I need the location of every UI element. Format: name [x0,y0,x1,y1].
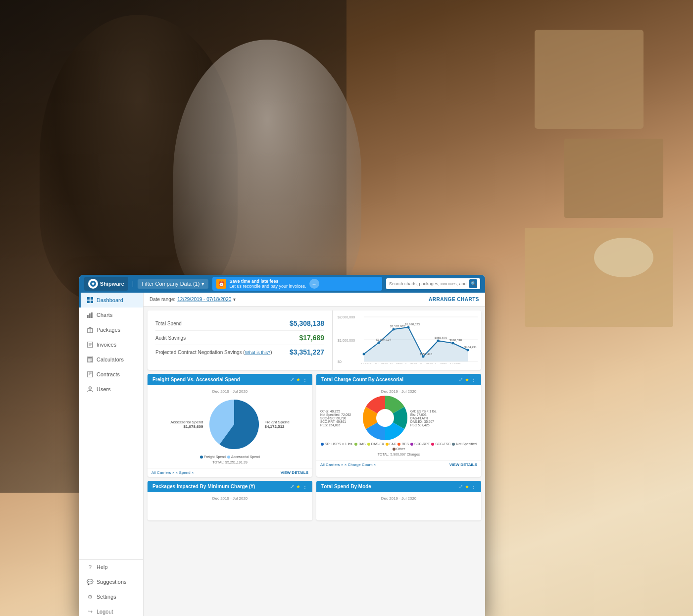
sidebar-item-calculators[interactable]: Calculators [79,352,143,367]
sidebar-item-users[interactable]: Users [79,382,143,397]
date-range-arrow: ▾ [233,297,236,302]
sidebar-suggestions-label: Suggestions [97,579,127,585]
chart4-body: Dec 2019 - Jul 2020 [316,492,481,507]
svg-point-56 [376,409,394,427]
banner-icon: ⏰ [216,279,226,289]
svg-point-37 [422,356,425,358]
svg-point-16 [89,359,90,360]
svg-text:Feb 2020: Feb 2020 [375,363,388,364]
search-button[interactable]: 🔍 [469,279,477,288]
banner-title: Save time and late fees [229,279,306,284]
svg-text:$0: $0 [338,360,342,363]
svg-text:May 2020: May 2020 [420,363,433,364]
chart4-expand-icon[interactable]: ⤢ [459,484,463,489]
chart4-star-icon[interactable]: ★ [465,484,469,489]
sidebar-item-dashboard[interactable]: Dashboard [79,293,143,308]
logo[interactable]: Shipware [84,277,128,291]
svg-point-33 [363,353,365,356]
chart1-title: Freight Spend Vs. Accessorial Spend [152,377,240,382]
sidebar-calculators-label: Calculators [97,357,124,362]
logout-icon: ↪ [87,608,94,615]
sidebar-users-label: Users [97,386,111,392]
svg-text:$1,698,623: $1,698,623 [405,323,420,326]
chart1-view-details[interactable]: VIEW DETAILS [281,470,308,475]
search-input[interactable] [389,281,467,286]
sidebar-item-help[interactable]: ? Help [79,560,143,574]
chart2-expand-icon[interactable]: ⤢ [459,377,463,382]
sidebar: Dashboard Charts Packages Invoices [79,293,144,616]
chart1-actions: ⤢ ★ ⋮ [290,377,307,382]
suggestions-icon: 💬 [87,578,94,585]
audit-savings-value: $17,689 [299,334,324,342]
filter-button[interactable]: Filter Company Data (1) ▾ [138,279,208,289]
svg-text:Jul 2020: Jul 2020 [449,363,461,364]
chart1-subtitle: Dec 2019 - Jul 2020 [151,389,308,394]
total-spend-label: Total Spend [155,321,182,326]
users-icon [87,386,94,393]
sidebar-item-logout[interactable]: ↪ Logout [79,604,143,616]
sidebar-item-settings[interactable]: ⚙ Settings [79,589,143,604]
chart3-header: Packages Impacted By Minimum Charge (#) … [148,481,312,492]
logo-text: Shipware [100,281,124,287]
sidebar-item-suggestions[interactable]: 💬 Suggestions [79,574,143,589]
svg-text:Jul 2019: Jul 2019 [360,363,372,364]
charts-icon [87,311,94,318]
audit-savings-row: Audit Savings $17,689 [155,331,324,345]
app-window: Shipware | Filter Company Data (1) ▾ ⏰ S… [79,275,485,616]
sidebar-item-contracts[interactable]: Contracts [79,367,143,382]
sidebar-item-packages[interactable]: Packages [79,322,143,337]
sidebar-item-invoices[interactable]: Invoices [79,337,143,352]
projected-link[interactable]: What is this? [245,350,271,355]
kpi-line-chart: $2,000,000 $1,000,000 $0 [333,310,481,370]
chart4-menu-icon[interactable]: ⋮ [471,484,476,489]
chart2-menu-icon[interactable]: ⋮ [471,377,476,382]
projected-label: Projected Contract Negotiation Savings (… [155,350,272,355]
date-range-value[interactable]: 12/29/2019 - 07/18/2020 [177,297,231,302]
svg-text:$404,791: $404,791 [464,346,477,349]
chart-row-1: Freight Spend Vs. Accessorial Spend ⤢ ★ … [148,374,481,477]
dashboard-icon [87,297,94,304]
sidebar-help-label: Help [97,564,108,570]
chart2-total: TOTAL: 5,960,097 Charges [320,453,477,456]
sidebar-settings-label: Settings [97,594,116,600]
calculators-icon [87,356,94,363]
chart2-star-icon[interactable]: ★ [465,377,469,382]
chart1-header: Freight Spend Vs. Accessorial Spend ⤢ ★ … [148,374,312,385]
top-nav: Shipware | Filter Company Data (1) ▾ ⏰ S… [79,275,485,293]
total-spend-row: Total Spend $5,308,138 [155,316,324,331]
promo-banner[interactable]: ⏰ Save time and late fees Let us reconci… [212,277,382,291]
chart2-header: Total Charge Count By Accessorial ⤢ ★ ⋮ [316,374,481,385]
chart2-right-legend: GR: USPS < 1 lbs. Bls: 27,003 DAS-FLATR … [410,410,450,427]
date-range-label: Date range: [149,297,175,302]
chart3-body: Dec 2019 - Jul 2020 [148,492,312,507]
audit-savings-label: Audit Savings [155,335,186,341]
content-area: Date range: 12/29/2019 - 07/18/2020 ▾ AR… [144,293,485,616]
legend-freight: Freight Spend [200,455,226,459]
arrange-charts-button[interactable]: ARRANGE CHARTS [429,297,479,302]
chart4-actions: ⤢ ★ ⋮ [459,484,476,489]
svg-rect-4 [91,301,93,303]
svg-text:$1,094,124: $1,094,124 [376,338,392,341]
chart-card-packages-min: Packages Impacted By Minimum Charge (#) … [148,481,312,520]
chart1-menu-icon[interactable]: ⋮ [302,377,307,382]
chart2-view-details[interactable]: VIEW DETAILS [449,462,477,467]
svg-text:Apr 2020: Apr 2020 [405,363,417,364]
chart1-star-icon[interactable]: ★ [296,377,300,382]
svg-point-38 [437,340,440,342]
nav-divider: | [132,280,134,287]
main-layout: Dashboard Charts Packages Invoices [79,293,485,616]
invoices-icon [87,341,94,348]
sidebar-bottom: ? Help 💬 Suggestions ⚙ Settings ↪ Logout [79,559,143,616]
chart1-filter[interactable]: All Carriers × × Spend × [151,470,194,475]
svg-rect-6 [89,313,91,318]
search-bar[interactable]: 🔍 [386,278,480,289]
svg-rect-22 [88,371,93,377]
chart3-menu-icon[interactable]: ⋮ [302,484,307,489]
chart2-filter[interactable]: All Carriers × × Charge Count × [320,462,376,467]
svg-point-34 [378,342,380,344]
chart3-expand-icon[interactable]: ⤢ [290,484,294,489]
svg-text:$1,582,982: $1,582,982 [390,325,405,328]
sidebar-item-charts[interactable]: Charts [79,308,143,322]
chart3-star-icon[interactable]: ★ [296,484,300,489]
chart1-expand-icon[interactable]: ⤢ [290,377,294,382]
